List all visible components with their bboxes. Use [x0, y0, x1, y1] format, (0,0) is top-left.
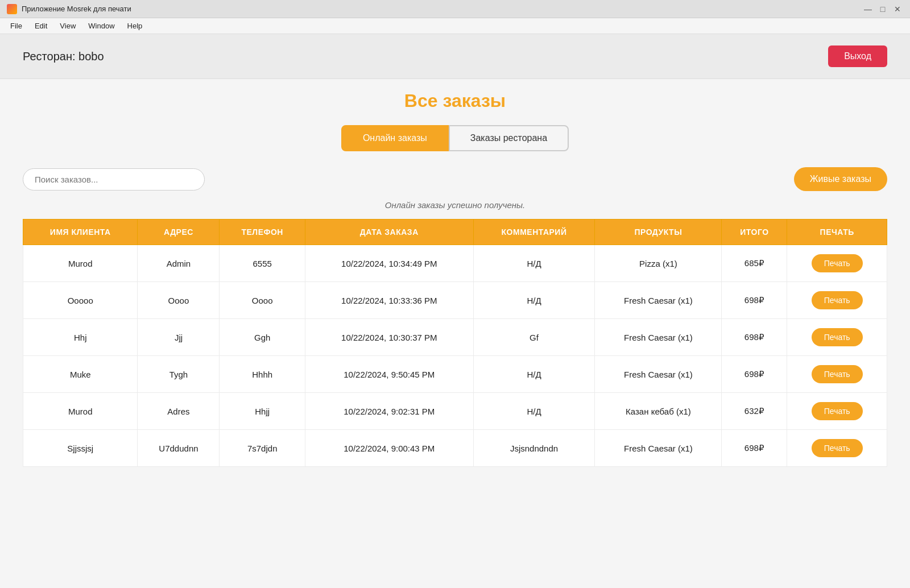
orders-table: ИМЯ КЛИЕНТА АДРЕС ТЕЛЕФОН ДАТА ЗАКАЗА КО…	[23, 219, 887, 467]
col-total: ИТОГО	[722, 220, 787, 245]
cell-date: 10/22/2024, 9:02:31 PM	[305, 393, 473, 430]
menu-help[interactable]: Help	[122, 19, 148, 32]
cell-products: Казан кебаб (x1)	[595, 393, 722, 430]
cell-total: 698₽	[722, 356, 787, 393]
page-title: Все заказы	[23, 90, 887, 111]
col-name: ИМЯ КЛИЕНТА	[23, 220, 138, 245]
restaurant-label: Ресторан: bobo	[23, 50, 104, 63]
cell-phone: 7s7djdn	[220, 430, 305, 467]
cell-products: Fresh Caesar (x1)	[595, 282, 722, 319]
table-row: OooooOoooOooo10/22/2024, 10:33:36 PMН/ДF…	[23, 282, 887, 319]
cell-total: 698₽	[722, 282, 787, 319]
table-row: MukeTyghHhhh10/22/2024, 9:50:45 PMН/ДFre…	[23, 356, 887, 393]
cell-comment: Н/Д	[473, 393, 595, 430]
cell-comment: Gf	[473, 319, 595, 356]
col-date: ДАТА ЗАКАЗА	[305, 220, 473, 245]
cell-name: Murod	[23, 245, 138, 282]
table-row: SjjssjsjU7ddudnn7s7djdn10/22/2024, 9:00:…	[23, 430, 887, 467]
cell-phone: 6555	[220, 245, 305, 282]
cell-total: 632₽	[722, 393, 787, 430]
cell-comment: Н/Д	[473, 356, 595, 393]
close-button[interactable]: ✕	[892, 3, 903, 15]
app-content: Ресторан: bobo Выход Все заказы Онлайн з…	[0, 34, 910, 588]
cell-print: Печать	[787, 245, 887, 282]
cell-name: Ooooo	[23, 282, 138, 319]
cell-address: Tygh	[138, 356, 220, 393]
header-bar: Ресторан: bobo Выход	[0, 34, 910, 79]
cell-total: 698₽	[722, 430, 787, 467]
col-comment: КОММЕНТАРИЙ	[473, 220, 595, 245]
col-address: АДРЕС	[138, 220, 220, 245]
print-button-3[interactable]: Печать	[812, 365, 863, 383]
cell-print: Печать	[787, 282, 887, 319]
controls-row: Живые заказы	[23, 167, 887, 191]
title-bar-left: Приложение Mosrek для печати	[7, 4, 131, 14]
search-input[interactable]	[23, 168, 205, 191]
app-title: Приложение Mosrek для печати	[22, 5, 131, 13]
print-button-2[interactable]: Печать	[812, 328, 863, 346]
cell-name: Murod	[23, 393, 138, 430]
cell-products: Fresh Caesar (x1)	[595, 430, 722, 467]
cell-phone: Ggh	[220, 319, 305, 356]
live-orders-button[interactable]: Живые заказы	[794, 167, 887, 191]
cell-date: 10/22/2024, 9:00:43 PM	[305, 430, 473, 467]
cell-comment: Jsjsndndndn	[473, 430, 595, 467]
menu-window[interactable]: Window	[82, 19, 120, 32]
cell-total: 685₽	[722, 245, 787, 282]
menu-view[interactable]: View	[54, 19, 81, 32]
cell-print: Печать	[787, 393, 887, 430]
menu-bar: File Edit View Window Help	[0, 18, 910, 34]
cell-address: U7ddudnn	[138, 430, 220, 467]
cell-date: 10/22/2024, 9:50:45 PM	[305, 356, 473, 393]
cell-phone: Hhhh	[220, 356, 305, 393]
status-message: Онлайн заказы успешно получены.	[23, 200, 887, 210]
cell-name: Muke	[23, 356, 138, 393]
tabs-container: Онлайн заказы Заказы ресторана	[23, 125, 887, 151]
cell-products: Pizza (x1)	[595, 245, 722, 282]
table-row: MurodAdmin655510/22/2024, 10:34:49 PMН/Д…	[23, 245, 887, 282]
title-bar: Приложение Mosrek для печати — □ ✕	[0, 0, 910, 18]
cell-date: 10/22/2024, 10:34:49 PM	[305, 245, 473, 282]
cell-address: Admin	[138, 245, 220, 282]
cell-name: Hhj	[23, 319, 138, 356]
menu-file[interactable]: File	[5, 19, 28, 32]
minimize-button[interactable]: —	[862, 3, 874, 15]
table-row: HhjJjjGgh10/22/2024, 10:30:37 PMGfFresh …	[23, 319, 887, 356]
cell-products: Fresh Caesar (x1)	[595, 356, 722, 393]
cell-comment: Н/Д	[473, 245, 595, 282]
logout-button[interactable]: Выход	[828, 45, 887, 67]
col-phone: ТЕЛЕФОН	[220, 220, 305, 245]
maximize-button[interactable]: □	[877, 3, 888, 15]
col-print: ПЕЧАТЬ	[787, 220, 887, 245]
cell-products: Fresh Caesar (x1)	[595, 319, 722, 356]
cell-comment: Н/Д	[473, 282, 595, 319]
menu-edit[interactable]: Edit	[29, 19, 53, 32]
cell-address: Jjj	[138, 319, 220, 356]
table-body: MurodAdmin655510/22/2024, 10:34:49 PMН/Д…	[23, 245, 887, 467]
print-button-5[interactable]: Печать	[812, 439, 863, 457]
tab-online-orders[interactable]: Онлайн заказы	[341, 125, 449, 151]
cell-date: 10/22/2024, 10:33:36 PM	[305, 282, 473, 319]
cell-print: Печать	[787, 430, 887, 467]
cell-date: 10/22/2024, 10:30:37 PM	[305, 319, 473, 356]
cell-phone: Hhjj	[220, 393, 305, 430]
cell-name: Sjjssjsj	[23, 430, 138, 467]
print-button-4[interactable]: Печать	[812, 402, 863, 420]
cell-phone: Oooo	[220, 282, 305, 319]
table-row: MurodAdresHhjj10/22/2024, 9:02:31 PMН/ДК…	[23, 393, 887, 430]
cell-total: 698₽	[722, 319, 787, 356]
cell-print: Печать	[787, 356, 887, 393]
app-icon	[7, 4, 17, 14]
col-products: ПРОДУКТЫ	[595, 220, 722, 245]
print-button-1[interactable]: Печать	[812, 291, 863, 309]
tab-restaurant-orders[interactable]: Заказы ресторана	[449, 125, 569, 151]
table-header: ИМЯ КЛИЕНТА АДРЕС ТЕЛЕФОН ДАТА ЗАКАЗА КО…	[23, 220, 887, 245]
print-button-0[interactable]: Печать	[812, 254, 863, 272]
cell-address: Oooo	[138, 282, 220, 319]
main-content: Все заказы Онлайн заказы Заказы ресторан…	[0, 90, 910, 467]
cell-address: Adres	[138, 393, 220, 430]
title-bar-controls: — □ ✕	[862, 3, 903, 15]
cell-print: Печать	[787, 319, 887, 356]
